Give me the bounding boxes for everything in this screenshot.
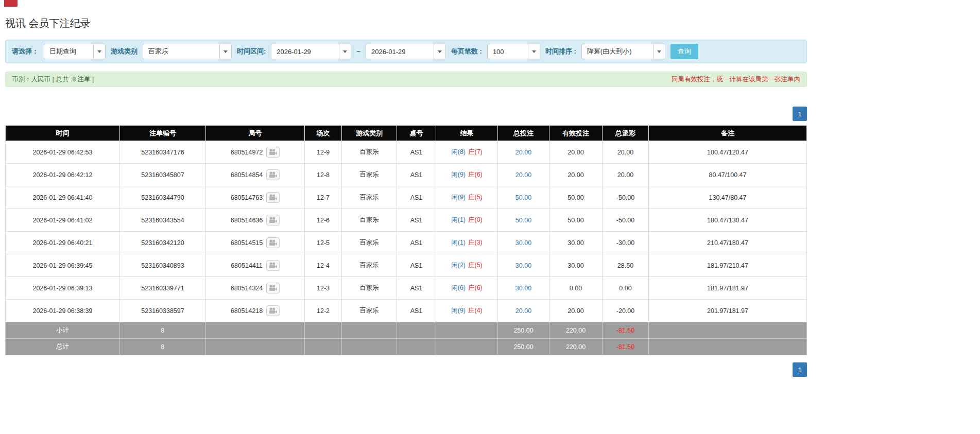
cell-round-id: 680514515	[206, 232, 305, 254]
cell-bet-id: 523160345807	[120, 164, 206, 186]
cell-bet-id: 523160342120	[120, 232, 206, 254]
query-type-value: 日期查询	[44, 44, 93, 59]
subtotal-count: 8	[120, 322, 206, 339]
query-type-select[interactable]: 日期查询	[44, 44, 106, 59]
total-count: 8	[120, 339, 206, 355]
cell-session: 12-7	[305, 186, 342, 209]
game-type-value: 百家乐	[143, 44, 219, 59]
cell-time: 2026-01-29 06:42:12	[6, 164, 120, 186]
cell-result: 闲(6)庄(6)	[436, 277, 498, 300]
cell-round-id: 680514636	[206, 209, 305, 232]
total-bet-link[interactable]: 20.00	[515, 307, 531, 315]
page-button-1[interactable]: 1	[793, 107, 807, 121]
search-button[interactable]: 查询	[670, 44, 698, 59]
caret-down-icon[interactable]	[653, 44, 665, 59]
cell-bet-id: 523160340893	[120, 254, 206, 277]
caret-down-icon[interactable]	[339, 44, 351, 59]
total-bet-link[interactable]: 50.00	[515, 194, 531, 201]
subtotal-row: 小计 8 250.00 220.00 -81.50	[6, 322, 807, 339]
result-player: 闲(1)	[451, 216, 466, 223]
round-id-text: 680514411	[231, 262, 263, 269]
video-replay-icon[interactable]	[266, 147, 280, 158]
subtotal-total-bet: 250.00	[498, 322, 549, 339]
page-size-select[interactable]: 100	[487, 44, 540, 59]
result-player: 闲(9)	[451, 194, 466, 201]
cell-note: 130.47/80.47	[649, 186, 807, 209]
cell-game-type: 百家乐	[342, 232, 397, 254]
total-bet-link[interactable]: 50.00	[515, 217, 531, 224]
header-note: 备注	[649, 126, 807, 141]
cell-payout: -50.00	[603, 186, 649, 209]
cell-payout: 0.00	[603, 277, 649, 300]
cell-round-id: 680514972	[206, 141, 305, 164]
page-button-1[interactable]: 1	[793, 362, 807, 377]
pagination-bottom: 1	[5, 362, 807, 377]
cell-payout: -30.00	[603, 232, 649, 254]
video-replay-icon[interactable]	[266, 260, 280, 271]
filter-bar: 请选择： 日期查询 游戏类别 百家乐 时间区间: 2026-01-29 ~ 20…	[5, 40, 807, 63]
round-id-text: 680514636	[231, 217, 263, 224]
total-bet-link[interactable]: 30.00	[515, 285, 531, 292]
cell-note: 80.47/100.47	[649, 164, 807, 186]
cell-payout: 28.50	[603, 254, 649, 277]
cell-session: 12-6	[305, 209, 342, 232]
game-type-label: 游戏类别	[111, 47, 137, 56]
cell-table-no: AS1	[397, 300, 436, 322]
cell-valid-bet: 0.00	[549, 277, 603, 300]
cell-game-type: 百家乐	[342, 277, 397, 300]
cell-valid-bet: 20.00	[549, 141, 603, 164]
video-replay-icon[interactable]	[266, 169, 280, 180]
game-type-select[interactable]: 百家乐	[143, 44, 232, 59]
table-header-row: 时间 注单编号 局号 场次 游戏类别 桌号 结果 总投注 有效投注 总派彩 备注	[6, 126, 807, 141]
cell-session: 12-9	[305, 141, 342, 164]
cell-time: 2026-01-29 06:40:21	[6, 232, 120, 254]
header-valid-bet: 有效投注	[549, 126, 603, 141]
cell-valid-bet: 30.00	[549, 254, 603, 277]
video-replay-icon[interactable]	[266, 283, 280, 293]
cell-round-id: 680514324	[206, 277, 305, 300]
caret-down-icon[interactable]	[219, 44, 231, 59]
total-bet-link[interactable]: 20.00	[515, 149, 531, 156]
cell-table-no: AS1	[397, 254, 436, 277]
cell-total-bet: 20.00	[498, 300, 549, 322]
result-banker: 庄(6)	[468, 284, 483, 291]
total-valid-bet: 220.00	[549, 339, 603, 355]
cell-result: 闲(9)庄(5)	[436, 186, 498, 209]
subtotal-label: 小计	[6, 322, 120, 339]
cell-table-no: AS1	[397, 141, 436, 164]
cell-round-id: 680514763	[206, 186, 305, 209]
cell-bet-id: 523160343554	[120, 209, 206, 232]
cell-valid-bet: 20.00	[549, 300, 603, 322]
video-replay-icon[interactable]	[266, 305, 280, 316]
video-replay-icon[interactable]	[266, 237, 280, 248]
total-bet-link[interactable]: 30.00	[515, 262, 531, 269]
cell-result: 闲(1)庄(3)	[436, 232, 498, 254]
caret-down-icon[interactable]	[528, 44, 540, 59]
cell-game-type: 百家乐	[342, 254, 397, 277]
header-session: 场次	[305, 126, 342, 141]
cell-total-bet: 30.00	[498, 232, 549, 254]
page-title: 视讯 会员下注纪录	[5, 0, 807, 30]
cell-game-type: 百家乐	[342, 209, 397, 232]
video-replay-icon[interactable]	[266, 215, 280, 225]
cell-game-type: 百家乐	[342, 141, 397, 164]
cell-valid-bet: 20.00	[549, 164, 603, 186]
cell-note: 210.47/180.47	[649, 232, 807, 254]
cell-time: 2026-01-29 06:41:02	[6, 209, 120, 232]
cell-total-bet: 30.00	[498, 254, 549, 277]
video-replay-icon[interactable]	[266, 192, 280, 203]
date-from-select[interactable]: 2026-01-29	[271, 44, 351, 59]
cell-payout: 20.00	[603, 164, 649, 186]
total-bet-link[interactable]: 20.00	[515, 171, 531, 179]
table-row: 2026-01-29 06:41:40 523160344790 6805147…	[6, 186, 807, 209]
caret-down-icon[interactable]	[434, 44, 445, 59]
cell-bet-id: 523160338597	[120, 300, 206, 322]
total-bet-link[interactable]: 30.00	[515, 239, 531, 247]
result-player: 闲(2)	[451, 262, 466, 269]
round-id-text: 680514972	[231, 149, 263, 156]
date-to-select[interactable]: 2026-01-29	[366, 44, 446, 59]
result-banker: 庄(5)	[468, 194, 483, 201]
sort-order-select[interactable]: 降冪(由大到小)	[581, 44, 665, 59]
caret-down-icon[interactable]	[93, 44, 105, 59]
cell-total-bet: 50.00	[498, 186, 549, 209]
